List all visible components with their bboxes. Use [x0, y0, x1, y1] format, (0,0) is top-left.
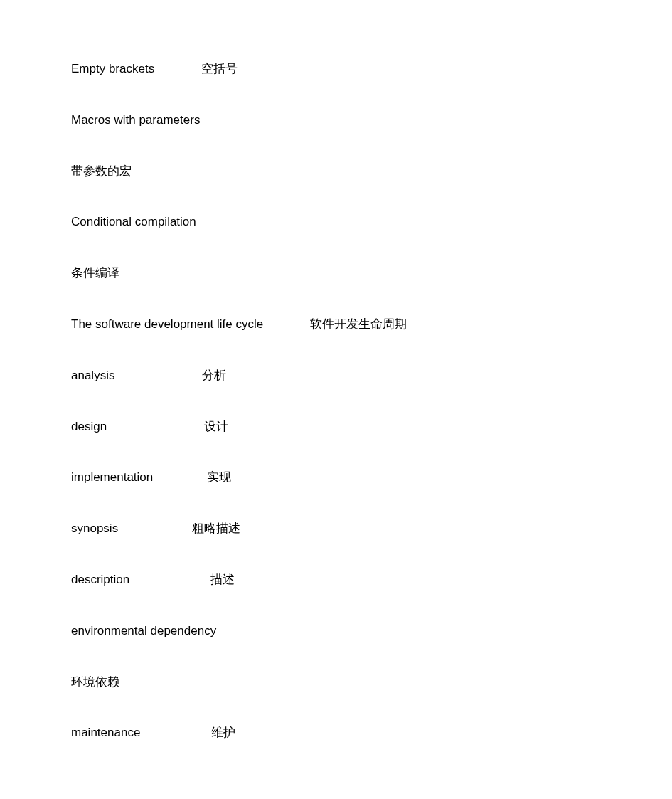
text-line-4: Conditional compilation [71, 213, 672, 231]
text-line-2: Macros with parameters [71, 112, 672, 129]
text-line-5: 条件编译 [71, 265, 672, 282]
text-line-6: The software development life cycle 软件开发… [71, 316, 672, 333]
text-line-3: 带参数的宏 [71, 163, 672, 180]
text-line-10: synopsis 粗略描述 [71, 520, 672, 537]
text-line-12: environmental dependency [71, 623, 672, 640]
text-line-8: design 设计 [71, 418, 672, 435]
text-line-9: implementation 实现 [71, 469, 672, 486]
text-line-13: 环境依赖 [71, 674, 672, 691]
text-line-7: analysis 分析 [71, 367, 672, 384]
text-line-1: Empty brackets 空括号 [71, 60, 672, 78]
text-line-11: description 描述 [71, 571, 672, 588]
text-line-14: maintenance 维护 [71, 724, 672, 741]
